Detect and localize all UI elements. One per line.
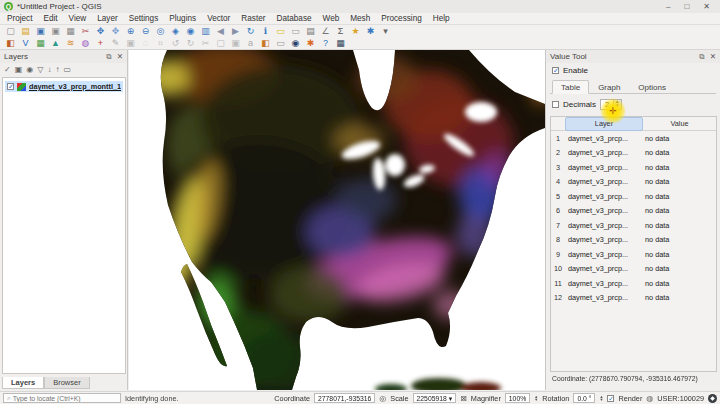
layer-item[interactable]: ✓ daymet_v3_prcp_monttl_1980_na: [5, 81, 123, 92]
menu-item[interactable]: Settings: [129, 14, 159, 23]
toolbar-icon[interactable]: ★: [349, 26, 362, 37]
toolbar-icon[interactable]: ▣: [34, 26, 47, 37]
map-canvas[interactable]: [129, 50, 545, 390]
layers-tool-icon[interactable]: ▽: [37, 65, 43, 74]
table-row[interactable]: 9 daymet_v3_prcp... no data: [551, 247, 716, 262]
layers-tool-icon[interactable]: ▭: [63, 65, 71, 74]
toolbar-icon[interactable]: +: [94, 38, 107, 49]
toolbar-icon[interactable]: ⊖: [139, 26, 152, 37]
toolbar-icon[interactable]: ✱: [364, 26, 377, 37]
toolbar-icon[interactable]: ∠: [319, 26, 332, 37]
toolbar-icon[interactable]: ▣: [229, 38, 242, 49]
table-row[interactable]: 1 daymet_v3_prcp... no data: [551, 131, 716, 146]
toolbar-icon[interactable]: ◎: [154, 26, 167, 37]
toolbar-icon[interactable]: ✱: [304, 38, 317, 49]
tab-layers[interactable]: Layers: [2, 377, 44, 389]
toolbar-icon[interactable]: ▭: [274, 26, 287, 37]
toolbar-icon[interactable]: ◉: [184, 26, 197, 37]
toolbar-icon[interactable]: ⌗: [154, 38, 167, 49]
toolbar-icon[interactable]: ⊕: [124, 26, 137, 37]
toolbar-icon[interactable]: ▭: [289, 26, 302, 37]
toolbar-icon[interactable]: ▶: [229, 26, 242, 37]
locate-input[interactable]: [13, 395, 117, 402]
table-row[interactable]: 10 daymet_v3_prcp... no data: [551, 262, 716, 277]
menu-item[interactable]: Raster: [241, 14, 265, 23]
toolbar-icon[interactable]: ↺: [169, 38, 182, 49]
locate-box[interactable]: ⌕: [3, 393, 121, 403]
toolbar-icon[interactable]: ✂: [199, 38, 212, 49]
magnifier-spinner[interactable]: ▲▼: [534, 395, 538, 402]
toolbar-icon[interactable]: ▢: [4, 26, 17, 37]
table-row[interactable]: 7 daymet_v3_prcp... no data: [551, 218, 716, 233]
scale-combo[interactable]: 22505918 ▾: [413, 393, 457, 403]
menu-item[interactable]: Layer: [97, 14, 117, 23]
menu-item[interactable]: Database: [276, 14, 311, 23]
rotation-field[interactable]: 0.0 °: [573, 393, 595, 403]
table-row[interactable]: 6 daymet_v3_prcp... no data: [551, 204, 716, 219]
menu-item[interactable]: Edit: [43, 14, 57, 23]
lock-icon[interactable]: ⊠: [460, 394, 467, 403]
layers-tool-icon[interactable]: ▣: [15, 65, 23, 74]
toolbar-icon[interactable]: ◌: [139, 38, 152, 49]
table-row[interactable]: 12 daymet_v3_prcp... no data: [551, 291, 716, 306]
table-row[interactable]: 3 daymet_v3_prcp... no data: [551, 160, 716, 175]
toolbar-icon[interactable]: ◧: [4, 38, 17, 49]
layer-name[interactable]: daymet_v3_prcp_monttl_1980_na: [29, 82, 121, 91]
table-row[interactable]: 11 daymet_v3_prcp... no data: [551, 276, 716, 291]
menu-item[interactable]: Help: [433, 14, 450, 23]
float-panel-icon[interactable]: ⧉: [699, 52, 704, 62]
toolbar-icon[interactable]: ▣: [49, 26, 62, 37]
toolbar-icon[interactable]: ▤: [304, 26, 317, 37]
render-checkbox[interactable]: ✓: [607, 395, 614, 402]
layers-tool-icon[interactable]: ↑: [55, 65, 59, 74]
decimals-checkbox[interactable]: [552, 101, 559, 108]
toolbar-icon[interactable]: ▣: [124, 38, 137, 49]
magnifier-field[interactable]: 100%: [505, 393, 530, 403]
toolbar-icon[interactable]: ✥: [94, 26, 107, 37]
table-row[interactable]: 8 daymet_v3_prcp... no data: [551, 233, 716, 248]
column-header-layer[interactable]: Layer: [565, 117, 643, 131]
table-row[interactable]: 5 daymet_v3_prcp... no data: [551, 189, 716, 204]
messages-icon[interactable]: ◆: [708, 394, 717, 403]
toolbar-icon[interactable]: Σ: [334, 26, 347, 37]
tab-browser[interactable]: Browser: [44, 377, 90, 389]
tab-graph[interactable]: Graph: [589, 80, 629, 94]
toolbar-icon[interactable]: ◍: [79, 38, 92, 49]
toolbar-icon[interactable]: ▦: [334, 38, 347, 49]
toolbar-icon[interactable]: ≋: [64, 38, 77, 49]
toolbar-icon[interactable]: ▤: [19, 26, 32, 37]
close-panel-icon[interactable]: ✕: [117, 52, 123, 62]
toolbar-icon[interactable]: ▾: [379, 26, 392, 37]
maximize-button[interactable]: □: [684, 2, 689, 11]
layers-tool-icon[interactable]: ✓: [4, 65, 11, 74]
toolbar-icon[interactable]: ◀: [214, 26, 227, 37]
menu-item[interactable]: Project: [7, 14, 32, 23]
menu-item[interactable]: Vector: [207, 14, 230, 23]
crs-globe-icon[interactable]: ◍: [646, 394, 653, 403]
toolbar-icon[interactable]: ◉: [289, 38, 302, 49]
toolbar-icon[interactable]: ▭: [274, 38, 287, 49]
layer-checkbox[interactable]: ✓: [7, 83, 14, 90]
table-row[interactable]: 4 daymet_v3_prcp... no data: [551, 175, 716, 190]
crs-code[interactable]: USER:100029: [657, 394, 704, 403]
tab-table[interactable]: Table: [552, 80, 589, 94]
mouse-extent-icon[interactable]: ◎: [379, 394, 386, 403]
coordinate-field[interactable]: 2778071,-935316: [314, 393, 375, 403]
toolbar-icon[interactable]: ℹ: [259, 26, 272, 37]
toolbar-icon[interactable]: ▢: [214, 38, 227, 49]
float-panel-icon[interactable]: ⧉: [106, 52, 111, 62]
toolbar-icon[interactable]: ✂: [79, 26, 92, 37]
minimize-button[interactable]: –: [666, 2, 670, 11]
toolbar-icon[interactable]: a: [244, 38, 257, 49]
toolbar-icon[interactable]: ✎: [109, 38, 122, 49]
menu-item[interactable]: View: [69, 14, 87, 23]
menu-item[interactable]: Web: [323, 14, 340, 23]
close-button[interactable]: ✕: [703, 2, 710, 11]
toolbar-icon[interactable]: ?: [319, 38, 332, 49]
column-header-value[interactable]: Value: [643, 119, 716, 128]
toolbar-icon[interactable]: ▥: [199, 26, 212, 37]
rotation-spinner[interactable]: ▲▼: [599, 395, 603, 402]
toolbar-icon[interactable]: ▦: [64, 26, 77, 37]
layers-tool-icon[interactable]: ↓: [47, 65, 51, 74]
toolbar-icon[interactable]: ◧: [259, 38, 272, 49]
